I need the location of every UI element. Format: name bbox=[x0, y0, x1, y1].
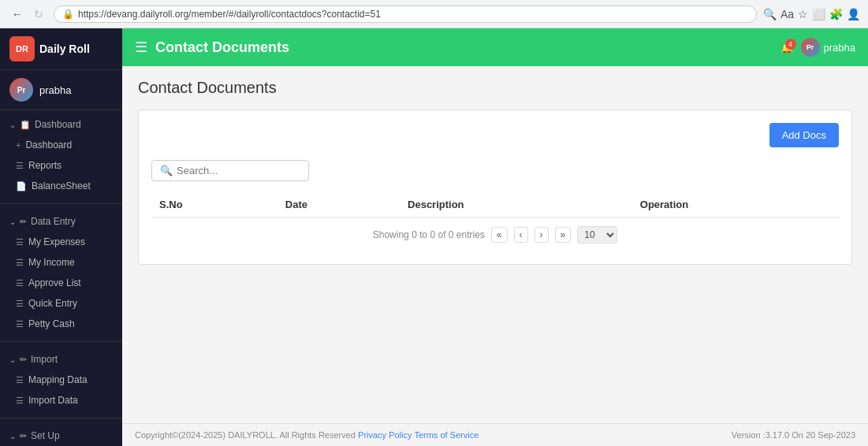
per-page-select[interactable]: 10 25 50 100 bbox=[577, 226, 617, 243]
sidebar-section-dataentry: ⌄ ✏ Data Entry ☰ My Expenses ☰ My Income… bbox=[0, 207, 122, 338]
topbar-left: ☰ Contact Documents bbox=[135, 39, 289, 56]
terms-link[interactable]: Terms of Service bbox=[414, 430, 479, 440]
pencil-icon-3: ✏ bbox=[20, 431, 27, 441]
topbar: ☰ Contact Documents 🔔 4 Pr prabha bbox=[122, 28, 868, 66]
content-panel: Add Docs 🔍 S.No Date Description O bbox=[138, 110, 852, 265]
sidebar-divider-2 bbox=[0, 341, 122, 342]
item-label-approvelist: Approve List bbox=[28, 277, 81, 288]
page-title: Contact Documents bbox=[138, 79, 852, 97]
list-icon-8: ☰ bbox=[16, 396, 24, 406]
table-header-row: S.No Date Description Operation bbox=[151, 192, 839, 217]
section-header-import[interactable]: ⌄ ✏ Import bbox=[0, 349, 122, 370]
notification-badge: 4 bbox=[785, 39, 796, 50]
address-bar[interactable]: 🔒 https://devang.dailyroll.org/member/#/… bbox=[54, 6, 757, 23]
topbar-user[interactable]: Pr prabha bbox=[801, 38, 855, 57]
chevron-down-icon-4: ⌄ bbox=[9, 432, 16, 440]
pencil-icon: ✏ bbox=[20, 217, 27, 227]
section-label-dashboard: Dashboard bbox=[35, 119, 81, 130]
item-label-quickentry: Quick Entry bbox=[28, 298, 77, 309]
sidebar-item-mappingdata[interactable]: ☰ Mapping Data bbox=[0, 370, 122, 390]
sidebar-user[interactable]: Pr prabha bbox=[0, 70, 122, 110]
tab-icon[interactable]: ⬜ bbox=[812, 8, 825, 20]
footer: Copyright©(2024-2025) DAILYROLL. All Rig… bbox=[122, 423, 868, 446]
sidebar-item-balancesheet[interactable]: 📄 BalanceSheet bbox=[0, 176, 122, 196]
item-label-importdata: Import Data bbox=[28, 395, 78, 406]
col-description: Description bbox=[400, 192, 632, 217]
section-header-dashboard[interactable]: ⌄ 📋 Dashboard bbox=[0, 114, 122, 135]
chevron-down-icon: ⌄ bbox=[9, 121, 16, 129]
col-date: Date bbox=[278, 192, 400, 217]
data-table: S.No Date Description Operation bbox=[151, 192, 839, 218]
list-icon-4: ☰ bbox=[16, 278, 24, 288]
item-label-reports: Reports bbox=[28, 160, 61, 171]
chevron-down-icon-3: ⌄ bbox=[9, 355, 16, 364]
topbar-title: Contact Documents bbox=[155, 39, 289, 56]
showing-text: Showing 0 to 0 of 0 entries bbox=[373, 229, 485, 240]
zoom-icon[interactable]: 🔍 bbox=[763, 8, 777, 20]
item-label-mappingdata: Mapping Data bbox=[28, 374, 88, 385]
search-input[interactable] bbox=[177, 165, 300, 177]
item-label-pettycash: Petty Cash bbox=[28, 318, 75, 329]
doc-icon: 📄 bbox=[16, 181, 27, 191]
item-label-myincome: My Income bbox=[28, 257, 75, 268]
next-page-button[interactable]: › bbox=[535, 227, 549, 243]
list-icon-3: ☰ bbox=[16, 258, 24, 268]
hamburger-icon[interactable]: ☰ bbox=[135, 39, 147, 56]
url-text: https://devang.dailyroll.org/member/#/da… bbox=[78, 9, 381, 20]
plus-icon: + bbox=[16, 140, 20, 150]
footer-version: Version :3.17.0 On 20 Sep-2023 bbox=[732, 430, 855, 440]
list-icon-2: ☰ bbox=[16, 237, 24, 247]
user-name: prabha bbox=[39, 84, 71, 96]
sidebar-item-quickentry[interactable]: ☰ Quick Entry bbox=[0, 293, 122, 314]
prev-page-button[interactable]: ‹ bbox=[514, 227, 528, 243]
list-icon-6: ☰ bbox=[16, 319, 24, 329]
logo-icon: DR bbox=[9, 36, 35, 61]
item-label-dashboard: Dashboard bbox=[25, 139, 72, 151]
browser-icons: 🔍 Aa ☆ ⬜ 🧩 👤 bbox=[763, 8, 860, 20]
item-label-balancesheet: BalanceSheet bbox=[32, 180, 91, 191]
sidebar-section-import: ⌄ ✏ Import ☰ Mapping Data ☰ Import Data bbox=[0, 345, 122, 414]
main-area: ☰ Contact Documents 🔔 4 Pr prabha Contac… bbox=[122, 28, 868, 446]
sidebar-divider-3 bbox=[0, 418, 122, 418]
section-label-setup: Set Up bbox=[31, 430, 60, 441]
add-docs-button[interactable]: Add Docs bbox=[769, 123, 839, 147]
topbar-username: prabha bbox=[824, 42, 855, 54]
extension-icon[interactable]: 🧩 bbox=[829, 8, 843, 20]
footer-copyright: Copyright©(2024-2025) DAILYROLL. All Rig… bbox=[135, 430, 479, 440]
section-label-dataentry: Data Entry bbox=[31, 216, 76, 227]
avatar: Pr bbox=[9, 78, 33, 102]
browser-navigation: ← ↻ bbox=[8, 6, 47, 22]
privacy-policy-link[interactable]: Privacy Policy bbox=[358, 430, 412, 440]
sidebar-item-reports[interactable]: ☰ Reports bbox=[0, 155, 122, 176]
table-head: S.No Date Description Operation bbox=[151, 192, 839, 217]
topbar-right: 🔔 4 Pr prabha bbox=[780, 38, 855, 57]
forward-button[interactable]: ↻ bbox=[30, 6, 47, 22]
sidebar-section-dashboard: ⌄ 📋 Dashboard + Dashboard ☰ Reports 📄 Ba… bbox=[0, 110, 122, 200]
back-button[interactable]: ← bbox=[8, 6, 27, 22]
search-icon: 🔍 bbox=[160, 165, 173, 177]
pencil-icon-2: ✏ bbox=[20, 355, 27, 365]
sidebar-item-myincome[interactable]: ☰ My Income bbox=[0, 252, 122, 273]
sidebar-item-importdata[interactable]: ☰ Import Data bbox=[0, 390, 122, 411]
sidebar-item-myexpenses[interactable]: ☰ My Expenses bbox=[0, 232, 122, 252]
notification-bell[interactable]: 🔔 4 bbox=[780, 42, 793, 54]
sidebar: DR Daily Roll Pr prabha ⌄ 📋 Dashboard + … bbox=[0, 28, 122, 446]
col-operation: Operation bbox=[632, 192, 839, 217]
chevron-down-icon-2: ⌄ bbox=[9, 217, 16, 226]
sidebar-item-pettycash[interactable]: ☰ Petty Cash bbox=[0, 314, 122, 334]
section-header-dataentry[interactable]: ⌄ ✏ Data Entry bbox=[0, 211, 122, 232]
sidebar-item-dashboard[interactable]: + Dashboard bbox=[0, 135, 122, 155]
first-page-button[interactable]: « bbox=[491, 227, 508, 243]
sidebar-item-approvelist[interactable]: ☰ Approve List bbox=[0, 273, 122, 293]
browser-bar: ← ↻ 🔒 https://devang.dailyroll.org/membe… bbox=[0, 0, 868, 28]
section-label-import: Import bbox=[31, 354, 58, 365]
sidebar-logo: DR Daily Roll bbox=[0, 28, 122, 70]
last-page-button[interactable]: » bbox=[555, 227, 572, 243]
profile-icon[interactable]: 👤 bbox=[847, 8, 860, 20]
topbar-avatar: Pr bbox=[801, 38, 820, 57]
file-icon: 📋 bbox=[20, 120, 31, 130]
bookmark-icon[interactable]: ☆ bbox=[798, 8, 808, 20]
app-container: DR Daily Roll Pr prabha ⌄ 📋 Dashboard + … bbox=[0, 28, 868, 446]
read-icon[interactable]: Aa bbox=[780, 8, 794, 20]
section-header-setup[interactable]: ⌄ ✏ Set Up bbox=[0, 426, 122, 446]
